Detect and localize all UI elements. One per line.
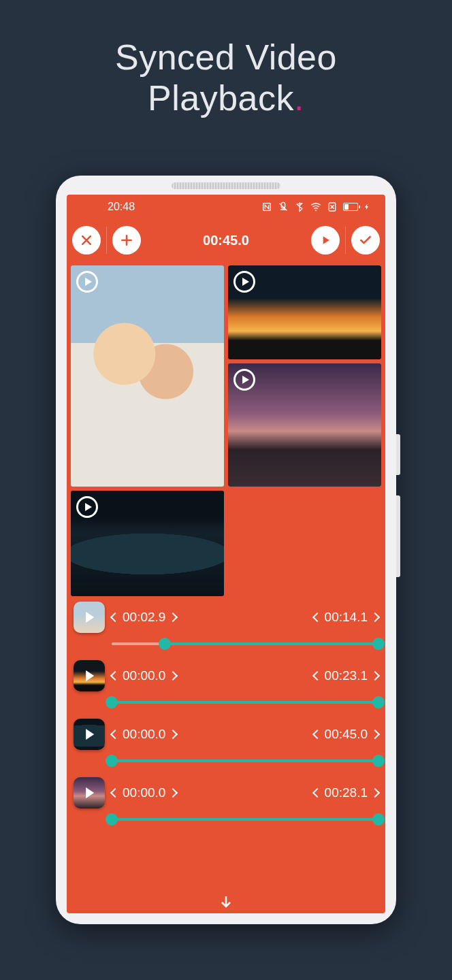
track-end-time: 00:45.0 bbox=[325, 727, 368, 742]
slider-end-handle[interactable] bbox=[372, 813, 385, 826]
track-start-stepper[interactable]: 00:00.0 bbox=[112, 727, 176, 742]
play-icon bbox=[319, 233, 332, 247]
track-start-stepper[interactable]: 00:02.9 bbox=[112, 610, 176, 625]
status-bar: 20:48 bbox=[67, 195, 385, 219]
bluetooth-icon bbox=[294, 201, 305, 212]
slider-start-handle[interactable] bbox=[106, 696, 118, 708]
chevron-right-icon bbox=[168, 788, 178, 798]
nfc-icon bbox=[261, 201, 272, 212]
close-icon bbox=[80, 233, 93, 247]
volume-button bbox=[396, 434, 400, 475]
slider-end-handle[interactable] bbox=[372, 638, 385, 650]
track-row: 00:00.0 00:45.0 bbox=[74, 719, 378, 768]
track-thumb[interactable] bbox=[74, 719, 105, 750]
close-button[interactable] bbox=[72, 226, 101, 255]
track-end-time: 00:14.1 bbox=[325, 610, 368, 625]
chevron-right-icon bbox=[370, 730, 380, 739]
video-cell-4[interactable] bbox=[228, 363, 381, 487]
chevron-right-icon bbox=[370, 612, 380, 622]
track-slider[interactable] bbox=[112, 637, 378, 651]
check-icon bbox=[359, 233, 372, 247]
timeline-panel: 00:02.9 00:14.1 bbox=[67, 595, 385, 890]
play-overlay-icon bbox=[233, 271, 255, 293]
video-cell-2[interactable] bbox=[228, 265, 381, 359]
slider-start-handle[interactable] bbox=[106, 755, 118, 767]
plus-icon bbox=[120, 233, 133, 247]
arrow-down-icon bbox=[218, 894, 234, 910]
status-time: 20:48 bbox=[108, 201, 135, 213]
phone-mockup: 20:48 00:45.0 bbox=[56, 176, 396, 924]
track-end-stepper[interactable]: 00:28.1 bbox=[314, 785, 378, 800]
toolbar-divider bbox=[345, 227, 346, 254]
chevron-right-icon bbox=[168, 612, 178, 622]
svg-point-1 bbox=[315, 210, 317, 211]
page-headline: Synced Video Playback. bbox=[0, 0, 452, 119]
chevron-left-icon bbox=[312, 730, 322, 739]
chevron-left-icon bbox=[312, 612, 322, 622]
track-slider[interactable] bbox=[112, 813, 378, 826]
track-row: 00:00.0 00:23.1 bbox=[74, 660, 378, 709]
play-all-button[interactable] bbox=[311, 226, 340, 255]
add-button[interactable] bbox=[112, 226, 141, 255]
video-cell-right-group bbox=[228, 265, 381, 487]
play-overlay-icon bbox=[76, 271, 98, 293]
track-end-stepper[interactable]: 00:45.0 bbox=[314, 727, 378, 742]
chevron-right-icon bbox=[168, 730, 178, 739]
chevron-left-icon bbox=[110, 730, 120, 739]
slider-end-handle[interactable] bbox=[372, 696, 385, 708]
track-start-stepper[interactable]: 00:00.0 bbox=[112, 785, 176, 800]
confirm-button[interactable] bbox=[351, 226, 380, 255]
track-thumb[interactable] bbox=[74, 777, 105, 808]
chevron-right-icon bbox=[370, 788, 380, 798]
toolbar-divider bbox=[106, 227, 107, 254]
chevron-right-icon bbox=[168, 671, 178, 681]
play-overlay-icon bbox=[76, 496, 98, 518]
headline-dot: . bbox=[294, 78, 304, 118]
expand-button[interactable] bbox=[67, 890, 385, 913]
earpiece bbox=[172, 182, 280, 189]
toolbar: 00:45.0 bbox=[67, 219, 385, 261]
status-icons bbox=[261, 201, 370, 212]
chevron-left-icon bbox=[110, 788, 120, 798]
no-sim-icon bbox=[327, 201, 338, 212]
chevron-left-icon bbox=[312, 671, 322, 681]
chevron-left-icon bbox=[110, 612, 120, 622]
slider-end-handle[interactable] bbox=[372, 755, 385, 767]
video-cell-3[interactable] bbox=[71, 491, 224, 596]
track-end-time: 00:23.1 bbox=[325, 668, 368, 683]
power-button bbox=[396, 495, 400, 577]
charging-icon bbox=[364, 201, 370, 212]
track-slider[interactable] bbox=[112, 754, 378, 768]
chevron-right-icon bbox=[370, 671, 380, 681]
track-start-time: 00:02.9 bbox=[123, 610, 165, 625]
track-row: 00:02.9 00:14.1 bbox=[74, 602, 378, 651]
slider-start-handle[interactable] bbox=[159, 638, 171, 650]
track-start-time: 00:00.0 bbox=[123, 727, 165, 742]
mute-icon bbox=[278, 201, 289, 212]
toolbar-time: 00:45.0 bbox=[203, 233, 249, 248]
video-grid bbox=[67, 261, 385, 595]
headline-line2: Playback bbox=[148, 78, 294, 118]
battery-icon bbox=[343, 203, 358, 211]
track-row: 00:00.0 00:28.1 bbox=[74, 777, 378, 826]
track-end-stepper[interactable]: 00:14.1 bbox=[314, 610, 378, 625]
track-thumb[interactable] bbox=[74, 660, 105, 691]
video-cell-1[interactable] bbox=[71, 265, 224, 487]
track-thumb[interactable] bbox=[74, 602, 105, 633]
track-slider[interactable] bbox=[112, 696, 378, 709]
chevron-left-icon bbox=[110, 671, 120, 681]
track-end-stepper[interactable]: 00:23.1 bbox=[314, 668, 378, 683]
app-screen: 20:48 00:45.0 bbox=[67, 195, 385, 913]
headline-line1: Synced Video bbox=[115, 37, 337, 77]
chevron-left-icon bbox=[312, 788, 322, 798]
play-overlay-icon bbox=[233, 369, 255, 391]
slider-start-handle[interactable] bbox=[106, 813, 118, 826]
track-start-time: 00:00.0 bbox=[123, 785, 165, 800]
track-end-time: 00:28.1 bbox=[325, 785, 368, 800]
wifi-icon bbox=[310, 201, 321, 212]
track-start-stepper[interactable]: 00:00.0 bbox=[112, 668, 176, 683]
track-start-time: 00:00.0 bbox=[123, 668, 165, 683]
